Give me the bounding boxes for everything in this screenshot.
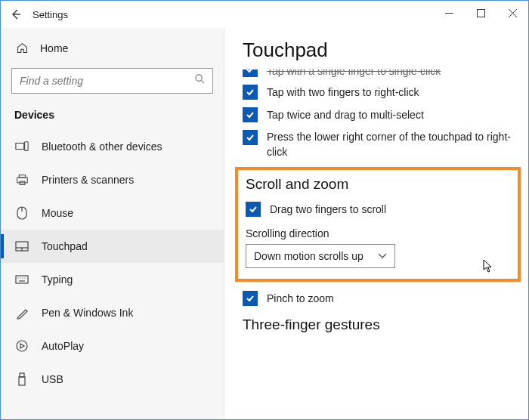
svg-rect-7 [25,142,29,151]
svg-point-4 [196,75,202,81]
scrolling-direction-label: Scrolling direction [246,227,510,239]
sidebar-home[interactable]: Home [1,34,224,62]
keyboard-icon [14,275,29,284]
sidebar-item-printers[interactable]: Printers & scanners [1,163,224,196]
option-label: Pinch to zoom [267,292,334,304]
checkbox[interactable] [243,85,258,100]
maximize-button[interactable] [465,1,497,25]
page-title: Touchpad [243,39,513,62]
nav-label: USB [42,373,63,385]
devices-icon [14,141,29,153]
svg-rect-16 [16,276,28,283]
svg-rect-23 [20,373,24,377]
usb-icon [14,372,29,386]
section-title-three-finger: Three-finger gestures [243,317,513,333]
home-label: Home [40,42,68,54]
svg-rect-9 [17,178,27,183]
minimize-button[interactable] [433,1,465,25]
home-icon [14,42,29,54]
option-tap-twice-drag: Tap twice and drag to multi-select [243,107,513,122]
minimize-icon [445,9,453,17]
sidebar-section-header: Devices [1,104,224,130]
maximize-icon [477,9,485,17]
search-icon [194,73,206,88]
printer-icon [14,174,29,187]
window-controls [433,1,528,25]
svg-line-5 [201,80,204,83]
scrolling-direction-dropdown[interactable]: Down motion scrolls up [246,244,395,268]
nav-label: Pen & Windows Ink [42,307,133,319]
option-truncated: Tap with a single finger to single-click [243,69,513,77]
svg-point-20 [24,277,25,278]
option-tap-two-fingers: Tap with two fingers to right-click [243,85,513,100]
highlight-scroll-zoom: Scroll and zoom Drag two fingers to scro… [235,167,521,282]
option-label: Drag two fingers to scroll [270,203,386,215]
nav-label: Touchpad [42,240,88,252]
close-button[interactable] [497,1,528,25]
main-panel: Touchpad Tap with a single finger to sin… [224,28,528,419]
dropdown-value: Down motion scrolls up [254,250,363,262]
chevron-down-icon [378,253,387,259]
content: Home Devices Bluetooth & other devices P… [1,28,528,419]
search-input[interactable] [11,68,213,94]
svg-point-18 [20,277,20,278]
checkbox[interactable] [246,202,261,217]
sidebar-item-autoplay[interactable]: AutoPlay [1,329,224,363]
close-icon [509,9,517,17]
nav-label: Printers & scanners [42,174,134,186]
sidebar-item-pen[interactable]: Pen & Windows Ink [1,296,224,329]
cursor-icon [483,259,495,274]
svg-point-19 [22,277,23,278]
autoplay-icon [14,340,29,352]
svg-point-17 [17,277,18,278]
svg-rect-6 [16,144,24,150]
checkbox[interactable] [243,130,258,145]
sidebar-item-mouse[interactable]: Mouse [1,196,224,230]
nav-label: AutoPlay [42,340,84,352]
checkbox[interactable] [243,107,258,122]
option-label: Press the lower right corner of the touc… [267,130,513,159]
pen-icon [14,307,29,320]
nav-label: Mouse [42,207,73,219]
svg-rect-1 [477,9,484,17]
mouse-icon [14,206,29,220]
checkbox[interactable] [243,291,258,306]
sidebar-item-touchpad[interactable]: Touchpad [1,230,224,263]
touchpad-icon [14,241,29,252]
sidebar: Home Devices Bluetooth & other devices P… [1,28,224,419]
window-title: Settings [32,9,68,20]
search-wrap [11,68,213,94]
option-label: Tap with two fingers to right-click [267,86,419,98]
titlebar: Settings [1,1,528,28]
section-title-scroll: Scroll and zoom [246,176,510,193]
sidebar-item-bluetooth[interactable]: Bluetooth & other devices [1,130,224,163]
checkbox[interactable] [243,69,258,77]
nav-label: Bluetooth & other devices [42,141,162,153]
svg-point-22 [17,341,27,351]
svg-rect-24 [19,377,25,385]
option-pinch-zoom: Pinch to zoom [243,291,513,306]
option-label: Tap twice and drag to multi-select [267,109,424,121]
option-press-corner: Press the lower right corner of the touc… [243,130,513,159]
option-drag-two-fingers: Drag two fingers to scroll [246,202,510,217]
sidebar-item-usb[interactable]: USB [1,363,224,396]
nav-label: Typing [42,273,73,286]
back-arrow-icon [10,8,22,20]
option-label: Tap with a single finger to single-click [267,69,441,77]
sidebar-item-typing[interactable]: Typing [1,263,224,296]
back-button[interactable] [1,1,31,28]
